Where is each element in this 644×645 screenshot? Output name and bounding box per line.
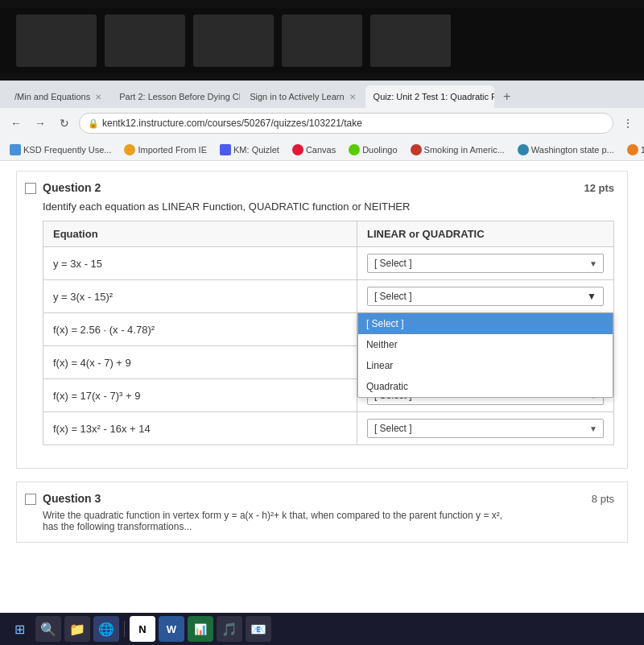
equation-cell: y = 3x - 15 bbox=[43, 247, 357, 280]
camera-thumb-5 bbox=[370, 14, 451, 67]
taskbar-divider bbox=[124, 621, 125, 637]
question-2-pts: 12 pts bbox=[584, 182, 614, 194]
question-2-header: Question 2 12 pts bbox=[43, 181, 614, 194]
dropdown-arrow-open-icon: ▼ bbox=[587, 291, 597, 302]
taskbar-file-explorer[interactable]: 📁 bbox=[64, 616, 90, 642]
tab-close-icon[interactable]: ✕ bbox=[95, 93, 101, 101]
camera-thumbnails bbox=[0, 8, 644, 72]
table-row: y = 3(x - 15)² [ Select ] ▼ [ Select ] N… bbox=[43, 280, 614, 313]
question-3-header: Question 3 8 pts bbox=[43, 492, 614, 505]
address-box[interactable]: 🔒 kentk12.instructure.com/courses/50267/… bbox=[79, 113, 613, 134]
extensions-button[interactable]: ⋮ bbox=[618, 114, 638, 133]
taskbar: ⊞ 🔍 📁 🌐 N W 📊 🎵 📧 bbox=[0, 613, 644, 645]
dropdown-option-neither[interactable]: Neither bbox=[358, 334, 613, 355]
browser-window: /Min and Equations ✕ Part 2: Lesson Befo… bbox=[0, 81, 644, 645]
back-button[interactable]: ← bbox=[6, 114, 26, 133]
equation-cell: y = 3(x - 15)² bbox=[43, 280, 357, 313]
address-bar-row: ← → ↻ 🔒 kentk12.instructure.com/courses/… bbox=[0, 108, 644, 139]
question-2-checkbox[interactable] bbox=[25, 183, 36, 194]
select-dropdown-6[interactable]: [ Select ] Neither Linear Quadratic bbox=[367, 419, 604, 438]
camera-thumb-4 bbox=[282, 14, 362, 67]
question-2-block: Question 2 12 pts Identify each equation… bbox=[16, 171, 628, 469]
bookmark-quizlet[interactable]: KM: Quizlet bbox=[217, 143, 283, 157]
table-row: y = 3x - 15 [ Select ] Neither Linear Qu… bbox=[43, 247, 614, 280]
windows-start-button[interactable]: ⊞ bbox=[6, 616, 32, 642]
bookmark-icon bbox=[220, 144, 231, 155]
tab-actively-learn[interactable]: Sign in to Actively Learn ✕ bbox=[242, 85, 363, 108]
col-type-header: LINEAR or QUADRATIC bbox=[357, 221, 613, 247]
select-wrapper: [ Select ] Neither Linear Quadratic ▼ bbox=[367, 419, 604, 438]
question-3-text: Write the quadratic function in vertex f… bbox=[43, 510, 614, 521]
question-3-text2: has the following transformations... bbox=[43, 521, 614, 532]
tab-quiz-active[interactable]: Quiz: Unit 2 Test 1: Quadratic Fun… ✕ bbox=[365, 85, 494, 108]
select-dropdown-1[interactable]: [ Select ] Neither Linear Quadratic bbox=[367, 254, 604, 273]
reload-button[interactable]: ↻ bbox=[55, 114, 74, 133]
table-row: f(x) = 13x² - 16x + 14 [ Select ] Neithe… bbox=[43, 412, 614, 445]
bookmark-icon bbox=[411, 144, 422, 155]
taskbar-excel[interactable]: 📊 bbox=[188, 616, 213, 642]
bookmark-duolingo[interactable]: Duolingo bbox=[345, 143, 400, 157]
tab-bar: /Min and Equations ✕ Part 2: Lesson Befo… bbox=[0, 81, 644, 108]
dropdown-option-linear[interactable]: Linear bbox=[358, 355, 613, 376]
question-2-instruction: Identify each equation as LINEAR Functio… bbox=[43, 201, 614, 213]
question-3-title: Question 3 bbox=[43, 492, 101, 505]
equation-cell: f(x) = 13x² - 16x + 14 bbox=[43, 412, 357, 445]
bookmark-icon bbox=[627, 144, 638, 155]
select-cell: [ Select ] Neither Linear Quadratic ▼ bbox=[357, 247, 613, 280]
taskbar-search[interactable]: 🔍 bbox=[35, 616, 61, 642]
new-tab-button[interactable]: + bbox=[496, 85, 518, 108]
camera-thumb-3 bbox=[193, 14, 274, 67]
taskbar-notion[interactable]: N bbox=[130, 616, 155, 642]
select-wrapper: [ Select ] Neither Linear Quadratic ▼ bbox=[367, 254, 604, 273]
forward-button[interactable]: → bbox=[31, 114, 50, 133]
bookmark-icon bbox=[292, 144, 303, 155]
question-3-checkbox[interactable] bbox=[25, 494, 36, 505]
open-dropdown-field[interactable]: [ Select ] ▼ bbox=[367, 287, 604, 306]
tab-min-equations[interactable]: /Min and Equations ✕ bbox=[6, 85, 109, 108]
equation-cell: f(x) = 4(x - 7) + 9 bbox=[43, 346, 357, 379]
equation-cell: f(x) = 17(x - 7)³ + 9 bbox=[43, 379, 357, 412]
equation-table: Equation LINEAR or QUADRATIC y = 3x - 15 bbox=[43, 221, 614, 445]
select-cell-open: [ Select ] ▼ [ Select ] Neither Linear Q… bbox=[357, 280, 613, 313]
camera-thumb-1 bbox=[16, 14, 97, 67]
equation-cell: f(x) = 2.56 · (x - 4.78)² bbox=[43, 313, 357, 346]
bookmarks-bar: KSD Frequently Use... Imported From IE K… bbox=[0, 139, 644, 161]
dropdown-option-quadratic[interactable]: Quadratic bbox=[358, 376, 613, 397]
tab-lesson[interactable]: Part 2: Lesson Before Dying Cha… ✕ bbox=[111, 85, 240, 108]
bookmark-icon bbox=[124, 144, 135, 155]
col-equation-header: Equation bbox=[43, 221, 357, 247]
tab-close-icon[interactable]: ✕ bbox=[349, 93, 356, 101]
question-2-title: Question 2 bbox=[43, 181, 101, 194]
bookmark-icon bbox=[518, 144, 529, 155]
question-3-block: Question 3 8 pts Write the quadratic fun… bbox=[16, 482, 628, 543]
page-content: Question 2 12 pts Identify each equation… bbox=[0, 161, 644, 645]
bookmark-ksd[interactable]: KSD Frequently Use... bbox=[6, 143, 114, 157]
dropdown-list: [ Select ] Neither Linear Quadratic bbox=[357, 312, 613, 398]
camera-thumb-2 bbox=[105, 14, 185, 67]
bookmark-canvas[interactable]: Canvas bbox=[289, 143, 339, 157]
question-3-pts: 8 pts bbox=[592, 493, 614, 505]
select-cell: [ Select ] Neither Linear Quadratic ▼ bbox=[357, 412, 613, 445]
lock-icon: 🔒 bbox=[88, 118, 99, 129]
bookmark-12year[interactable]: 12-year-olds offere... bbox=[624, 143, 644, 157]
bookmark-icon bbox=[349, 144, 360, 155]
dropdown-option-select[interactable]: [ Select ] bbox=[358, 313, 613, 334]
taskbar-word[interactable]: W bbox=[159, 616, 184, 642]
taskbar-music[interactable]: 🎵 bbox=[217, 616, 242, 642]
taskbar-mail[interactable]: 📧 bbox=[246, 616, 271, 642]
bookmark-smoking[interactable]: Smoking in Americ... bbox=[407, 143, 508, 157]
bookmark-icon bbox=[10, 144, 21, 155]
taskbar-browser[interactable]: 🌐 bbox=[93, 616, 119, 642]
bookmark-imported-ie[interactable]: Imported From IE bbox=[121, 143, 210, 157]
bookmark-washington[interactable]: Washington state p... bbox=[514, 143, 617, 157]
